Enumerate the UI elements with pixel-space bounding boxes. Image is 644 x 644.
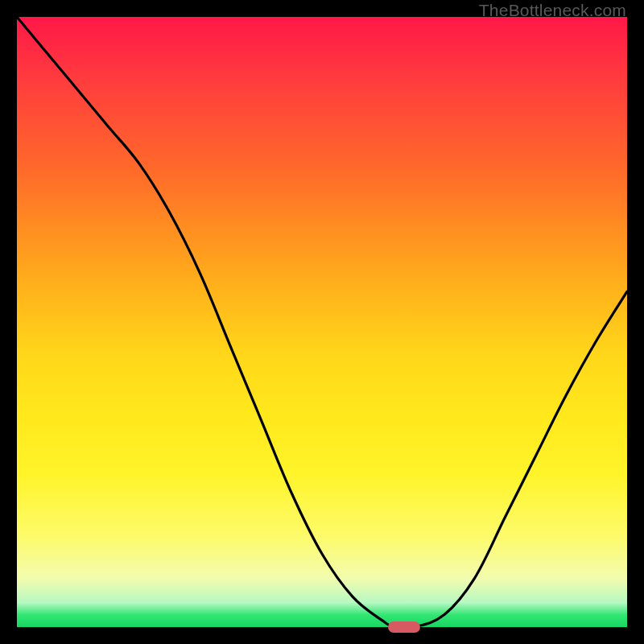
chart-frame: TheBottleneck.com xyxy=(0,0,644,644)
plot-area xyxy=(17,17,627,627)
bottleneck-curve xyxy=(17,17,627,627)
optimum-marker xyxy=(388,621,420,633)
watermark-text: TheBottleneck.com xyxy=(479,1,626,20)
